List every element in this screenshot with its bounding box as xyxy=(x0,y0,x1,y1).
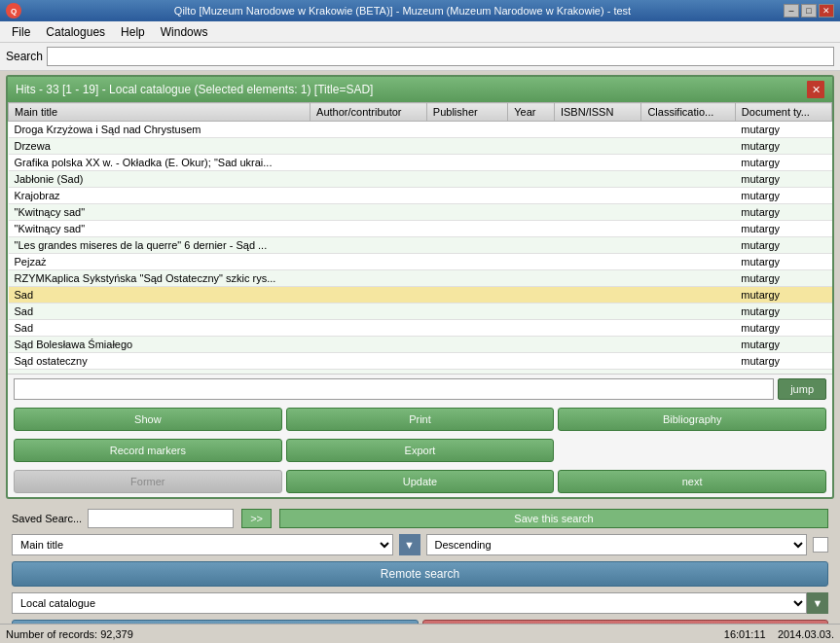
table-cell xyxy=(426,304,507,320)
close-button[interactable]: ✕ xyxy=(819,4,834,18)
menu-help[interactable]: Help xyxy=(113,23,153,41)
remote-search-button[interactable]: Remote search xyxy=(12,561,828,587)
table-cell xyxy=(508,337,555,353)
table-cell xyxy=(508,188,555,204)
menu-file[interactable]: File xyxy=(4,23,38,41)
save-this-search-button[interactable]: Save this search xyxy=(279,509,828,528)
jump-button[interactable]: jump xyxy=(778,378,826,400)
print-button[interactable]: Print xyxy=(286,408,555,431)
table-row[interactable]: Sąd Bolesława Śmiałegomutargy xyxy=(9,337,832,353)
status-time-date: 16:01:11 2014.03.03. xyxy=(724,628,834,640)
sort-checkbox[interactable] xyxy=(813,537,828,553)
table-cell: mutargy xyxy=(735,353,831,370)
action-buttons-row1: Show Print Bibliography xyxy=(8,404,832,435)
next-button[interactable]: next xyxy=(558,470,826,493)
col-header-class[interactable]: Classificatio... xyxy=(641,103,735,122)
local-catalogue-row: Local catalogue ▼ xyxy=(12,592,828,614)
hits-table: Main title Author/contributor Publisher … xyxy=(8,102,832,375)
local-catalogue-arrow-button[interactable]: ▼ xyxy=(807,592,828,614)
col-header-publisher[interactable]: Publisher xyxy=(426,103,507,122)
record-markers-button[interactable]: Record markers xyxy=(14,439,282,462)
table-cell xyxy=(310,337,427,353)
table-row[interactable]: RZYMKaplica Sykstyńska "Sąd Ostateczny" … xyxy=(9,270,832,287)
table-cell: mutargy xyxy=(735,254,831,270)
table-cell: mutargy xyxy=(735,155,831,171)
table-row[interactable]: Sadmutargy xyxy=(9,287,832,304)
table-row[interactable]: Sadmutargy xyxy=(9,304,832,320)
table-cell xyxy=(508,237,555,254)
hits-table-container: Main title Author/contributor Publisher … xyxy=(8,102,832,375)
app-icon: Q xyxy=(6,3,21,18)
table-cell xyxy=(641,353,735,370)
window-controls: – □ ✕ xyxy=(784,4,834,18)
menu-catalogues[interactable]: Catalogues xyxy=(38,23,113,41)
table-cell xyxy=(426,155,507,171)
table-cell xyxy=(426,254,507,270)
col-header-year[interactable]: Year xyxy=(508,103,555,122)
table-cell xyxy=(508,122,555,138)
status-time: 16:01:11 xyxy=(724,628,766,640)
table-row[interactable]: Drzewamutargy xyxy=(9,138,832,155)
hits-close-button[interactable]: ✕ xyxy=(807,81,824,98)
table-cell xyxy=(310,287,427,304)
table-cell xyxy=(554,337,640,353)
table-cell xyxy=(310,254,427,270)
saved-search-arrow-button[interactable]: >> xyxy=(241,509,272,528)
table-cell xyxy=(310,171,427,188)
table-row[interactable]: "Kwitnący sad"mutargy xyxy=(9,221,832,237)
table-row[interactable]: Jabłonie (Sad)mutargy xyxy=(9,171,832,188)
table-cell: Sad xyxy=(9,320,310,337)
table-cell xyxy=(426,353,507,370)
table-cell xyxy=(554,221,640,237)
local-catalogue-select[interactable]: Local catalogue xyxy=(12,592,807,614)
table-row[interactable]: Sąd ostatecznymutargy xyxy=(9,353,832,370)
sort-order-select[interactable]: Descending xyxy=(426,534,808,555)
table-cell: Pejzaż xyxy=(9,254,310,270)
saved-search-input[interactable] xyxy=(88,509,234,528)
table-cell: "Kwitnący sad" xyxy=(9,204,310,221)
table-cell xyxy=(641,304,735,320)
table-cell xyxy=(554,287,640,304)
show-button[interactable]: Show xyxy=(14,408,282,431)
table-cell xyxy=(310,204,427,221)
table-cell: RZYMKaplica Sykstyńska "Sąd Ostateczny" … xyxy=(9,270,310,287)
update-button[interactable]: Update xyxy=(286,470,555,493)
search-input[interactable] xyxy=(47,47,834,66)
table-row[interactable]: "Les grandes miseres de la querre" 6 der… xyxy=(9,237,832,254)
table-row[interactable]: Pejzażmutargy xyxy=(9,254,832,270)
table-row[interactable]: "Kwitnący sad"mutargy xyxy=(9,204,832,221)
menu-windows[interactable]: Windows xyxy=(153,23,216,41)
jump-row: jump xyxy=(8,375,832,404)
maximize-button[interactable]: □ xyxy=(801,4,817,18)
table-cell xyxy=(641,237,735,254)
table-row[interactable]: Sadmutargy xyxy=(9,320,832,337)
sort-field-select[interactable]: Main title xyxy=(12,534,393,555)
action-buttons-row3: Former Update next xyxy=(8,466,832,497)
jump-input[interactable] xyxy=(14,378,774,400)
table-cell xyxy=(310,221,427,237)
table-cell xyxy=(426,270,507,287)
table-cell xyxy=(554,122,640,138)
table-cell xyxy=(641,155,735,171)
table-row[interactable]: Krajobrazmutargy xyxy=(9,188,832,204)
col-header-doctype[interactable]: Document ty... xyxy=(735,103,831,122)
table-row[interactable]: Grafika polska XX w. - Okładka (E. Okur)… xyxy=(9,155,832,171)
col-header-isbn[interactable]: ISBN/ISSN xyxy=(554,103,640,122)
export-button[interactable]: Export xyxy=(286,439,555,462)
table-cell xyxy=(310,353,427,370)
table-cell xyxy=(641,337,735,353)
table-cell xyxy=(426,237,507,254)
table-cell xyxy=(310,122,427,138)
minimize-button[interactable]: – xyxy=(784,4,799,18)
bottom-panel: Saved Searc... >> Save this search Main … xyxy=(6,505,834,643)
sort-direction-button[interactable]: ▼ xyxy=(399,534,420,555)
table-row[interactable]: Droga Krzyżowa i Sąd nad Chrystusemmutar… xyxy=(9,122,832,138)
table-cell xyxy=(641,138,735,155)
hits-title: Hits - 33 [1 - 19] - Local catalogue (Se… xyxy=(16,83,373,96)
table-cell xyxy=(554,353,640,370)
table-cell xyxy=(641,122,735,138)
bibliography-button[interactable]: Bibliography xyxy=(558,408,826,431)
table-cell: mutargy xyxy=(735,171,831,188)
col-header-author[interactable]: Author/contributor xyxy=(310,103,427,122)
col-header-main-title[interactable]: Main title xyxy=(9,103,310,122)
